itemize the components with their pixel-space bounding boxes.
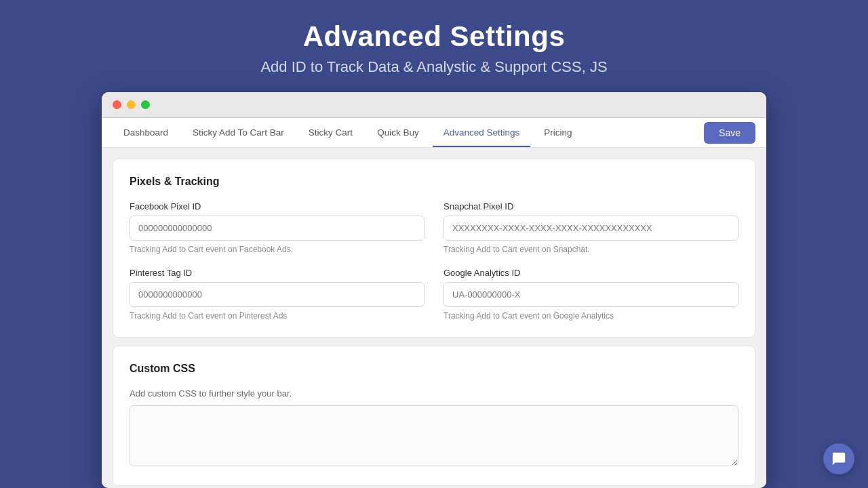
tab-quick-buy[interactable]: Quick Buy	[366, 118, 430, 147]
custom-css-title: Custom CSS	[130, 363, 738, 375]
tab-dashboard[interactable]: Dashboard	[113, 118, 179, 147]
facebook-pixel-label: Facebook Pixel ID	[130, 201, 425, 211]
snapchat-pixel-hint: Tracking Add to Cart event on Snapchat.	[443, 245, 738, 254]
tab-advanced-settings[interactable]: Advanced Settings	[433, 118, 531, 147]
page-title: Advanced Settings	[260, 20, 607, 53]
page-subtitle: Add ID to Track Data & Analystic & Suppo…	[260, 58, 607, 76]
pixels-tracking-title: Pixels & Tracking	[130, 176, 738, 188]
chat-support-button[interactable]	[823, 443, 854, 474]
custom-css-hint: Add custom CSS to further style your bar…	[130, 388, 738, 399]
google-analytics-label: Google Analytics ID	[443, 268, 738, 278]
facebook-pixel-group: Facebook Pixel ID Tracking Add to Cart e…	[130, 201, 425, 254]
pinterest-tag-label: Pinterest Tag ID	[130, 268, 425, 278]
custom-css-textarea[interactable]	[130, 405, 738, 466]
pinterest-tag-hint: Tracking Add to Cart event on Pinterest …	[130, 311, 425, 321]
content-area: Pixels & Tracking Facebook Pixel ID Trac…	[102, 148, 766, 488]
facebook-pixel-hint: Tracking Add to Cart event on Facebook A…	[130, 245, 425, 254]
snapchat-pixel-group: Snapchat Pixel ID Tracking Add to Cart e…	[443, 201, 738, 254]
chat-icon	[831, 451, 846, 466]
tab-pricing[interactable]: Pricing	[533, 118, 583, 147]
app-window: Dashboard Sticky Add To Cart Bar Sticky …	[102, 92, 766, 488]
google-analytics-input[interactable]	[443, 282, 738, 307]
google-analytics-group: Google Analytics ID Tracking Add to Cart…	[443, 268, 738, 321]
snapchat-pixel-label: Snapchat Pixel ID	[443, 201, 738, 211]
nav-tabs: Dashboard Sticky Add To Cart Bar Sticky …	[113, 118, 704, 147]
facebook-pixel-input[interactable]	[130, 216, 425, 241]
google-analytics-hint: Tracking Add to Cart event on Google Ana…	[443, 311, 738, 321]
tab-sticky-cart[interactable]: Sticky Cart	[298, 118, 363, 147]
minimize-button[interactable]	[127, 100, 136, 109]
tab-sticky-add-to-cart-bar[interactable]: Sticky Add To Cart Bar	[182, 118, 295, 147]
nav-bar: Dashboard Sticky Add To Cart Bar Sticky …	[102, 118, 766, 148]
pinterest-tag-input[interactable]	[130, 282, 425, 307]
page-header: Advanced Settings Add ID to Track Data &…	[260, 20, 607, 76]
snapchat-pixel-input[interactable]	[443, 216, 738, 241]
save-button[interactable]: Save	[704, 122, 755, 144]
pixels-tracking-card: Pixels & Tracking Facebook Pixel ID Trac…	[113, 159, 755, 338]
window-titlebar	[102, 92, 766, 118]
close-button[interactable]	[113, 100, 121, 109]
maximize-button[interactable]	[141, 100, 150, 109]
custom-css-card: Custom CSS Add custom CSS to further sty…	[113, 346, 755, 486]
pinterest-tag-group: Pinterest Tag ID Tracking Add to Cart ev…	[130, 268, 425, 321]
pixels-fields-grid: Facebook Pixel ID Tracking Add to Cart e…	[130, 201, 738, 321]
